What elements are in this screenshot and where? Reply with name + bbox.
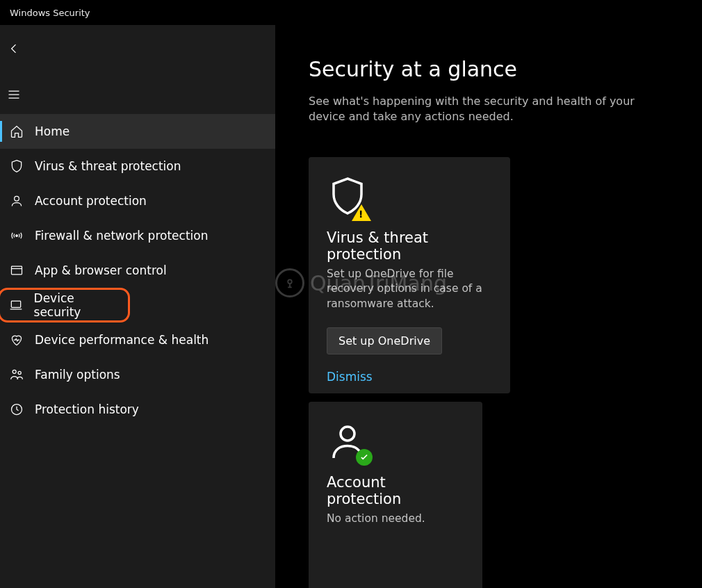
sidebar-item-label: Device security <box>34 291 120 319</box>
back-button[interactable] <box>0 35 275 63</box>
dismiss-link[interactable]: Dismiss <box>327 370 373 384</box>
person-ok-icon <box>327 420 370 463</box>
sidebar-item-label: Virus & threat protection <box>35 159 181 173</box>
card-desc: No action needed. <box>327 512 464 527</box>
sidebar-item-label: Home <box>35 124 70 138</box>
svg-point-0 <box>15 196 19 201</box>
family-icon <box>8 366 25 383</box>
card-virus[interactable]: Virus & threat protection Set up OneDriv… <box>309 157 510 393</box>
svg-rect-3 <box>12 301 21 307</box>
sidebar-item-label: Firewall & network protection <box>35 229 208 243</box>
sidebar-item-device-security[interactable]: Device security <box>0 288 130 322</box>
sidebar-item-firewall[interactable]: Firewall & network protection <box>0 218 275 253</box>
person-icon <box>8 193 25 209</box>
antenna-icon <box>8 227 25 244</box>
main-content: Security at a glance See what's happenin… <box>275 25 702 588</box>
nav: Home Virus & threat protection Account p… <box>0 114 275 427</box>
card-account[interactable]: Account protection No action needed. <box>309 402 482 588</box>
window-title: Windows Security <box>10 8 90 18</box>
sidebar-item-history[interactable]: Protection history <box>0 392 275 427</box>
warning-badge-icon <box>352 204 371 221</box>
svg-point-1 <box>16 235 18 237</box>
sidebar-item-label: Device performance & health <box>35 333 209 347</box>
page-subtitle: See what's happening with the security a… <box>309 94 642 125</box>
history-icon <box>8 401 25 418</box>
setup-onedrive-button[interactable]: Set up OneDrive <box>327 327 442 354</box>
hamburger-button[interactable] <box>0 81 275 108</box>
back-arrow-icon <box>7 42 21 56</box>
card-title: Account protection <box>327 474 464 507</box>
sidebar-item-label: Protection history <box>35 402 139 416</box>
sidebar-item-home[interactable]: Home <box>0 114 275 149</box>
cards-grid: Virus & threat protection Set up OneDriv… <box>309 157 674 588</box>
sidebar-item-label: Family options <box>35 368 120 382</box>
window-icon <box>8 262 25 279</box>
page-title: Security at a glance <box>309 57 674 81</box>
shield-icon <box>8 158 25 174</box>
sidebar-item-family[interactable]: Family options <box>0 357 275 392</box>
sidebar-item-virus[interactable]: Virus & threat protection <box>0 149 275 183</box>
check-badge-icon <box>356 449 373 466</box>
card-title: Virus & threat protection <box>327 229 492 263</box>
sidebar-item-appbrowser[interactable]: App & browser control <box>0 253 275 288</box>
sidebar-item-performance[interactable]: Device performance & health <box>0 322 275 357</box>
sidebar-item-label: App & browser control <box>35 263 167 277</box>
laptop-icon <box>8 297 24 313</box>
card-desc: Set up OneDrive for file recovery option… <box>327 267 492 312</box>
shield-warning-icon <box>327 175 370 218</box>
svg-point-7 <box>341 427 354 441</box>
sidebar: Home Virus & threat protection Account p… <box>0 25 275 588</box>
svg-rect-2 <box>12 266 22 275</box>
heart-pulse-icon <box>8 332 25 348</box>
titlebar: Windows Security <box>0 0 702 25</box>
sidebar-item-account[interactable]: Account protection <box>0 183 275 218</box>
sidebar-item-label: Account protection <box>35 194 147 208</box>
svg-point-5 <box>18 371 21 374</box>
svg-point-4 <box>13 370 16 373</box>
home-icon <box>8 123 25 140</box>
hamburger-icon <box>7 88 21 101</box>
